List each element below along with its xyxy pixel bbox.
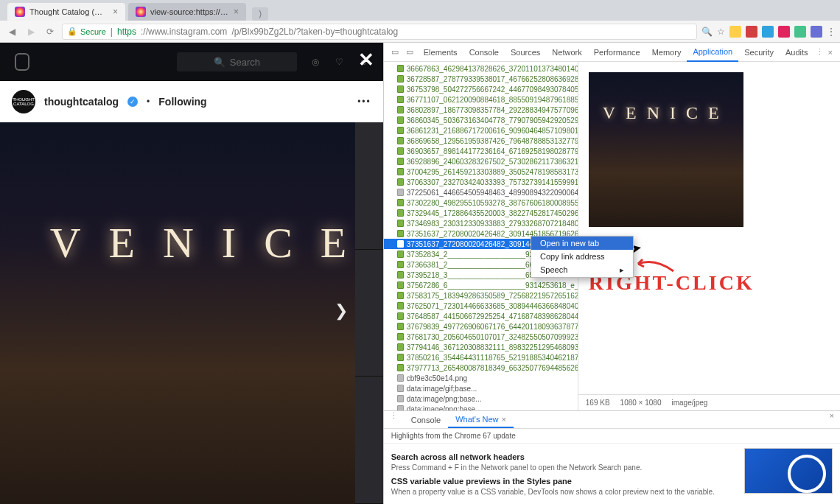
close-icon[interactable]: × — [234, 7, 239, 17]
forward-button[interactable]: ▶ — [24, 24, 38, 39]
thumb[interactable] — [355, 250, 383, 377]
devtools-tab-memory[interactable]: Memory — [646, 43, 687, 62]
drawer-tab-console[interactable]: Console — [404, 411, 448, 428]
file-row[interactable]: 37225061_446654505948463_489908943220900… — [384, 187, 578, 197]
document-icon — [397, 395, 404, 402]
file-row[interactable]: 36860345_503673163404778_779079059429205… — [384, 115, 578, 125]
devtools-tab-console[interactable]: Console — [463, 43, 505, 62]
secure-label: Secure — [80, 27, 106, 36]
close-icon[interactable]: ✕ — [358, 49, 374, 71]
drawer-close-icon[interactable]: × — [824, 411, 840, 428]
document-icon — [397, 385, 404, 392]
file-row[interactable]: 37850216_354464431118765_521918853404621… — [384, 352, 578, 363]
ext-icon[interactable] — [762, 26, 774, 38]
devtools-tabs: ▭ ▭ ElementsConsoleSourcesNetworkPerform… — [384, 43, 840, 62]
file-row[interactable]: cbf9e3c50e14.png — [384, 373, 578, 383]
file-name: 37346983_230312330933883_279332687072184… — [407, 220, 578, 228]
menu-icon[interactable]: ⋮ — [827, 27, 836, 37]
browser-tab-inactive[interactable]: view-source:https://www.insta × — [128, 3, 246, 21]
file-row[interactable]: 36771107_062120090884618_885509194879618… — [384, 94, 578, 105]
file-name: 36869658_129561959387426_796487888531327… — [407, 137, 578, 145]
file-row[interactable]: 37567286_6___________________9314253618_… — [384, 280, 578, 290]
star-icon[interactable]: ☆ — [717, 27, 725, 37]
close-icon[interactable]: × — [113, 7, 118, 17]
device-icon[interactable]: ▭ — [403, 47, 416, 57]
file-row[interactable]: data:image/gif;base... — [384, 383, 578, 393]
inspect-icon[interactable]: ▭ — [388, 47, 402, 57]
file-row[interactable]: 36928896_240603283267502_573028621173863… — [384, 156, 578, 167]
devtools-tab-performance[interactable]: Performance — [588, 43, 646, 62]
document-icon — [397, 251, 404, 258]
file-row[interactable]: 37681730_205604650107017_324825505070999… — [384, 332, 578, 342]
venice-sign: VENICE — [589, 103, 743, 123]
file-name: data:image/png;base... — [407, 395, 482, 403]
reload-button[interactable]: ⟳ — [43, 24, 57, 39]
file-name: 37679839_497726906067176_644201180936378… — [407, 323, 578, 331]
file-row[interactable]: 36667863_462984137828626_372011013734801… — [384, 63, 578, 74]
ext-icon[interactable] — [794, 26, 806, 38]
file-row[interactable]: 36869658_129561959387426_796487888531327… — [384, 136, 578, 146]
file-row[interactable]: 36728587_278779339538017_467662528086369… — [384, 74, 578, 84]
back-button[interactable]: ◀ — [4, 24, 19, 39]
devtools-tab-elements[interactable]: Elements — [418, 43, 463, 62]
devtools-tab-application[interactable]: Application — [687, 43, 738, 62]
thumb[interactable] — [355, 122, 383, 250]
devtools-tab-sources[interactable]: Sources — [505, 43, 546, 62]
file-row[interactable]: 37329445_172886435520003_382274528174502… — [384, 208, 578, 218]
following-button[interactable]: Following — [158, 96, 206, 108]
more-icon[interactable]: ••• — [357, 97, 371, 107]
file-name: 36802897_186773098357784_292288349475770… — [407, 106, 578, 114]
file-name: 37681730_205604650107017_324825505070999… — [407, 333, 578, 341]
context-menu: Open in new tabCopy link addressSpeech▸ — [531, 236, 634, 278]
document-icon — [397, 116, 404, 124]
close-icon[interactable]: × — [501, 415, 505, 424]
devtools-tab-network[interactable]: Network — [546, 43, 587, 62]
context-menu-item[interactable]: Speech▸ — [531, 263, 633, 277]
image-preview: VENICE — [589, 72, 743, 227]
file-row[interactable]: 37794146_367120308832111_898322512954680… — [384, 342, 578, 352]
ext-icon[interactable] — [729, 26, 741, 38]
drawer-menu-icon[interactable]: ⋮ — [384, 411, 404, 428]
context-menu-item[interactable]: Open in new tab — [531, 237, 633, 250]
avatar[interactable]: THOUGHTCATALOG — [12, 90, 35, 113]
devtools-close-icon[interactable]: × — [825, 48, 836, 57]
file-row[interactable]: 36903657_898144177236164_671692581980287… — [384, 146, 578, 156]
file-row[interactable]: 36802897_186773098357784_292288349475770… — [384, 105, 578, 115]
pinterest-icon[interactable] — [778, 26, 790, 38]
file-row[interactable]: 37004295_261459213303889_350524781985831… — [384, 167, 578, 177]
file-row[interactable]: 37583175_183949286350589_725682219572651… — [384, 290, 578, 301]
zoom-icon[interactable]: 🔍 — [701, 27, 713, 37]
ext-icon[interactable] — [746, 26, 757, 38]
file-row[interactable]: data:image/png;base... — [384, 404, 578, 410]
omnibox[interactable]: 🔒 Secure | https://www.instagram.com/p/B… — [62, 24, 697, 40]
file-row[interactable]: 37625071_723014466633685_308944463668480… — [384, 301, 578, 311]
context-menu-item[interactable]: Copy link address — [531, 250, 633, 263]
file-row[interactable]: 37346983_230312330933883_279332687072184… — [384, 218, 578, 228]
file-row[interactable]: 37302280_498295510593278_387676061800089… — [384, 197, 578, 208]
browser-tab-active[interactable]: Thought Catalog (@thoughtca × — [7, 3, 125, 21]
devtools-menu-icon[interactable]: ⋮ — [816, 47, 824, 57]
file-row[interactable]: data:image/png;base... — [384, 393, 578, 404]
page-viewport: 🔍Search ◎ ♡ ☺ ✕ THOUGHTCATALOG thoughtca… — [0, 43, 383, 504]
drawer-tab-whatsnew[interactable]: What's New × — [448, 411, 514, 428]
new-tab-button[interactable]: ⟩ — [252, 7, 268, 21]
file-name: 36860345_503673163404778_779079059429205… — [407, 116, 578, 125]
file-row[interactable]: 37977713_265480087818349_663250776944856… — [384, 363, 578, 373]
devtools-tab-audits[interactable]: Audits — [780, 43, 814, 62]
file-row[interactable]: 36753798_504272756667242_446770984930784… — [384, 84, 578, 94]
next-arrow-icon[interactable]: ❯ — [335, 301, 348, 321]
drawer-heading: Highlights from the Chrome 67 update — [384, 429, 840, 444]
file-row[interactable]: 36861231_216886717200616_909604648571098… — [384, 125, 578, 136]
ext-icon[interactable] — [811, 26, 822, 38]
document-icon — [397, 189, 404, 196]
devtools-tab-security[interactable]: Security — [738, 43, 780, 62]
file-row[interactable]: 37648587_441506672925254_471687483986280… — [384, 311, 578, 321]
file-row[interactable]: 37679839_497726906067176_644201180936378… — [384, 321, 578, 332]
document-icon — [397, 271, 404, 279]
document-icon — [397, 158, 404, 165]
document-icon — [397, 137, 404, 144]
thumb[interactable] — [355, 377, 383, 504]
username[interactable]: thoughtcatalog — [44, 96, 119, 108]
annotation-arrow — [637, 258, 673, 273]
file-row[interactable]: 37063307_232703424033393_757327391415599… — [384, 177, 578, 187]
